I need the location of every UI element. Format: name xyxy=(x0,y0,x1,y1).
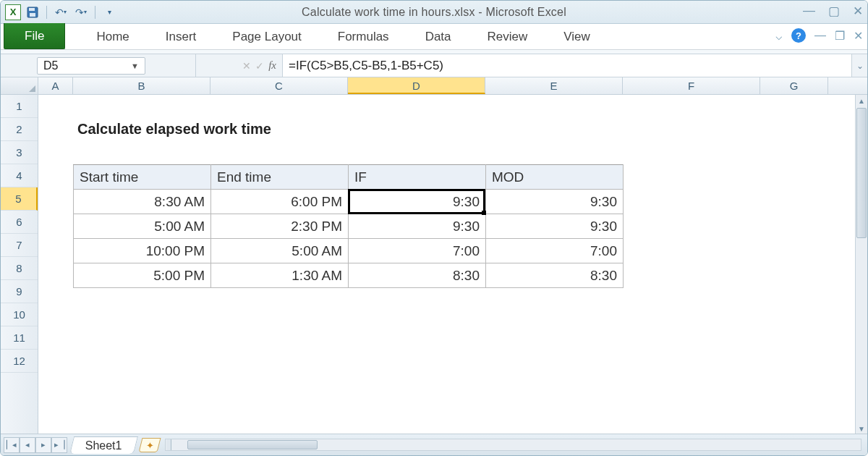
quick-access-toolbar: X ↶▾ ↷▾ ▾ xyxy=(1,4,118,20)
cells-grid[interactable]: Calculate elapsed work time Start time E… xyxy=(38,95,855,435)
row-6[interactable]: 6 xyxy=(1,211,38,234)
tab-insert[interactable]: Insert xyxy=(148,24,215,49)
title-bar: X ↶▾ ↷▾ ▾ Calculate work time in hours.x… xyxy=(1,1,867,24)
row-12[interactable]: 12 xyxy=(1,350,38,373)
hdr-if: IF xyxy=(349,165,486,190)
row-8[interactable]: 8 xyxy=(1,257,38,280)
hdr-end-time: End time xyxy=(211,165,349,190)
chevron-down-icon[interactable]: ▼ xyxy=(131,62,139,70)
cancel-formula-icon[interactable]: ✕ xyxy=(242,60,251,72)
name-box[interactable]: D5▼ xyxy=(37,57,145,75)
row-10[interactable]: 10 xyxy=(1,303,38,326)
wb-close-icon[interactable]: ✕ xyxy=(854,29,863,43)
help-icon[interactable]: ? xyxy=(791,28,806,43)
formula-expand-icon[interactable]: ⌄ xyxy=(851,54,867,77)
tab-data[interactable]: Data xyxy=(407,24,469,49)
col-G[interactable]: G xyxy=(760,77,828,94)
excel-icon[interactable]: X xyxy=(5,4,21,20)
sheet-tab[interactable]: Sheet1 xyxy=(69,436,138,454)
close-icon[interactable]: ✕ xyxy=(853,4,863,19)
window-title: Calculate work time in hours.xlsx - Micr… xyxy=(302,6,566,19)
table-row: 10:00 PM 5:00 AM 7:00 7:00 xyxy=(74,239,624,263)
save-icon[interactable] xyxy=(24,4,41,20)
tab-file[interactable]: File xyxy=(4,23,65,49)
row-2[interactable]: 2 xyxy=(1,118,38,141)
accept-formula-icon[interactable]: ✓ xyxy=(255,60,264,72)
redo-icon[interactable]: ↷▾ xyxy=(72,4,90,20)
hdr-mod: MOD xyxy=(486,165,624,190)
undo-icon[interactable]: ↶▾ xyxy=(52,4,69,20)
formula-bar: D5▼ ✕ ✓ fx =IF(C5>B5,C5-B5,1-B5+C5) ⌄ xyxy=(1,54,867,77)
hdr-start-time: Start time xyxy=(74,165,211,190)
row-7[interactable]: 7 xyxy=(1,234,38,257)
new-sheet-icon[interactable]: ✦ xyxy=(138,438,161,452)
svg-rect-1 xyxy=(29,8,35,11)
maximize-icon[interactable]: ▢ xyxy=(828,4,840,19)
worksheet-area: A B C D E F G 1 2 3 4 5 6 7 8 9 10 11 12… xyxy=(1,77,867,435)
table-row: 8:30 AM 6:00 PM 9:30 9:30 xyxy=(74,190,624,214)
sheet-nav-prev-icon[interactable]: ◂ xyxy=(20,437,35,453)
col-F[interactable]: F xyxy=(623,77,760,94)
vertical-scrollbar[interactable]: ▲ ▼ xyxy=(855,95,867,435)
minimize-icon[interactable]: — xyxy=(803,4,815,19)
split-handle[interactable] xyxy=(166,439,171,450)
tab-review[interactable]: Review xyxy=(469,24,546,49)
table-row: 5:00 PM 1:30 AM 8:30 8:30 xyxy=(74,263,624,288)
horizontal-scroll-thumb[interactable] xyxy=(187,440,318,449)
tab-formulas[interactable]: Formulas xyxy=(320,24,407,49)
qat-customize-icon[interactable]: ▾ xyxy=(101,4,118,20)
row-4[interactable]: 4 xyxy=(1,164,38,187)
sheet-title: Calculate elapsed work time xyxy=(77,121,271,138)
row-11[interactable]: 11 xyxy=(1,326,38,350)
row-3[interactable]: 3 xyxy=(1,141,38,164)
col-C[interactable]: C xyxy=(210,77,348,94)
sheet-nav: ▏◂ ◂ ▸ ▸▕ xyxy=(4,437,67,453)
status-bar: ▏◂ ◂ ▸ ▸▕ Sheet1 ✦ xyxy=(1,434,867,455)
ribbon-tabs: File Home Insert Page Layout Formulas Da… xyxy=(1,24,867,50)
row-headers: 1 2 3 4 5 6 7 8 9 10 11 12 xyxy=(1,95,38,435)
sheet-nav-next-icon[interactable]: ▸ xyxy=(35,437,51,453)
row-5[interactable]: 5 xyxy=(1,187,38,211)
horizontal-scrollbar[interactable] xyxy=(165,439,861,451)
column-headers: A B C D E F G xyxy=(1,77,867,95)
table-header-row: Start time End time IF MOD xyxy=(74,165,624,190)
vertical-scroll-thumb[interactable] xyxy=(856,108,867,238)
col-B[interactable]: B xyxy=(73,77,210,94)
row-1[interactable]: 1 xyxy=(1,95,38,118)
col-A[interactable]: A xyxy=(38,77,73,94)
wb-minimize-icon[interactable]: — xyxy=(814,29,826,42)
scroll-up-icon[interactable]: ▲ xyxy=(856,95,867,107)
fx-icon[interactable]: fx xyxy=(268,59,276,72)
row-9[interactable]: 9 xyxy=(1,280,38,303)
col-D[interactable]: D xyxy=(348,77,485,94)
col-E[interactable]: E xyxy=(485,77,623,94)
ribbon-minimize-icon[interactable]: ⌵ xyxy=(775,29,783,43)
table-row: 5:00 AM 2:30 PM 9:30 9:30 xyxy=(74,214,624,239)
wb-restore-icon[interactable]: ❐ xyxy=(835,29,845,43)
sheet-nav-last-icon[interactable]: ▸▕ xyxy=(51,437,67,453)
tab-home[interactable]: Home xyxy=(78,24,147,49)
tab-view[interactable]: View xyxy=(545,24,608,49)
formula-input[interactable]: =IF(C5>B5,C5-B5,1-B5+C5) xyxy=(283,54,851,77)
svg-rect-2 xyxy=(30,13,35,17)
select-all-corner[interactable] xyxy=(1,77,38,94)
tab-page-layout[interactable]: Page Layout xyxy=(214,24,319,49)
sheet-nav-first-icon[interactable]: ▏◂ xyxy=(4,437,20,453)
